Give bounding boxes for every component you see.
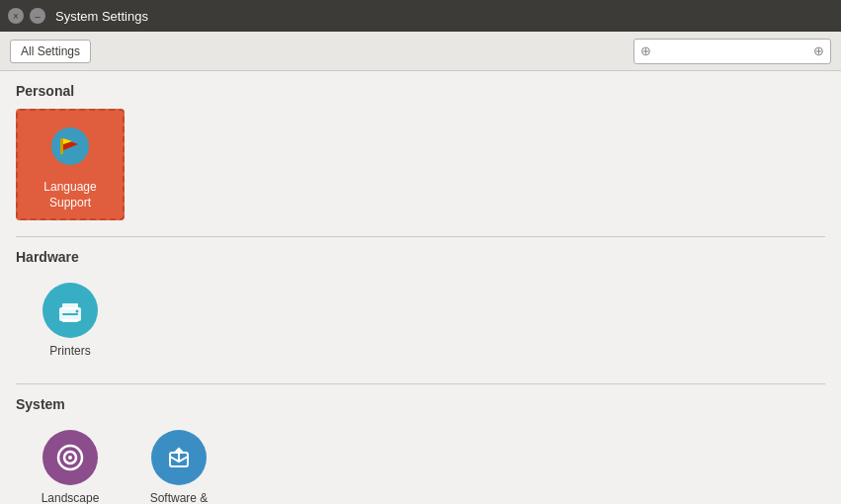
search-icon-left: ⊕ — [640, 43, 651, 58]
section-personal: Personal LanguageSupport — [16, 83, 825, 220]
section-title-personal: Personal — [16, 83, 825, 99]
landscape-icon-bg — [42, 430, 98, 485]
window-title: System Settings — [55, 9, 148, 24]
close-icon: × — [13, 11, 19, 22]
language-support-icon-inner — [51, 127, 89, 165]
all-settings-button[interactable]: All Settings — [10, 40, 91, 63]
item-language-support[interactable]: LanguageSupport — [16, 109, 125, 220]
divider-system — [16, 383, 825, 384]
item-printers[interactable]: Printers — [16, 275, 125, 368]
item-software-updates[interactable]: Software &Updates — [125, 422, 233, 504]
printers-label: Printers — [49, 344, 90, 360]
language-support-icon-bg — [42, 119, 98, 174]
printers-icon-bg — [42, 283, 98, 338]
system-items: LandscapeService Software &Updates — [16, 422, 825, 504]
divider-hardware — [16, 236, 825, 237]
personal-items: LanguageSupport — [16, 109, 825, 220]
software-updates-icon — [162, 441, 196, 474]
toolbar: All Settings ⊕ ⊕ — [0, 32, 841, 71]
section-title-system: System — [16, 396, 825, 412]
printer-icon — [53, 294, 87, 327]
section-system: System LandscapeService — [16, 396, 825, 504]
section-hardware: Hardware Printers — [16, 249, 825, 368]
svg-rect-0 — [60, 138, 63, 154]
svg-rect-4 — [62, 303, 78, 309]
minimize-button[interactable]: – — [30, 8, 45, 24]
software-updates-icon-bg — [151, 430, 207, 485]
settings-content: Personal LanguageSupport — [0, 71, 841, 504]
section-title-hardware: Hardware — [16, 249, 825, 265]
landscape-service-icon — [53, 441, 87, 474]
close-button[interactable]: × — [8, 8, 24, 24]
item-landscape-service[interactable]: LandscapeService — [16, 422, 125, 504]
language-support-label: LanguageSupport — [43, 180, 96, 210]
svg-rect-7 — [62, 317, 78, 322]
search-icon-right: ⊕ — [813, 43, 824, 58]
search-area: ⊕ ⊕ — [633, 39, 831, 64]
landscape-service-label: LandscapeService — [42, 491, 100, 504]
svg-rect-5 — [62, 313, 78, 315]
software-updates-label: Software &Updates — [150, 491, 209, 504]
svg-point-8 — [76, 310, 79, 313]
flag-icon — [58, 136, 82, 156]
svg-point-11 — [68, 456, 72, 460]
hardware-items: Printers — [16, 275, 825, 368]
minimize-icon: – — [35, 11, 41, 22]
titlebar: × – System Settings — [0, 0, 841, 32]
